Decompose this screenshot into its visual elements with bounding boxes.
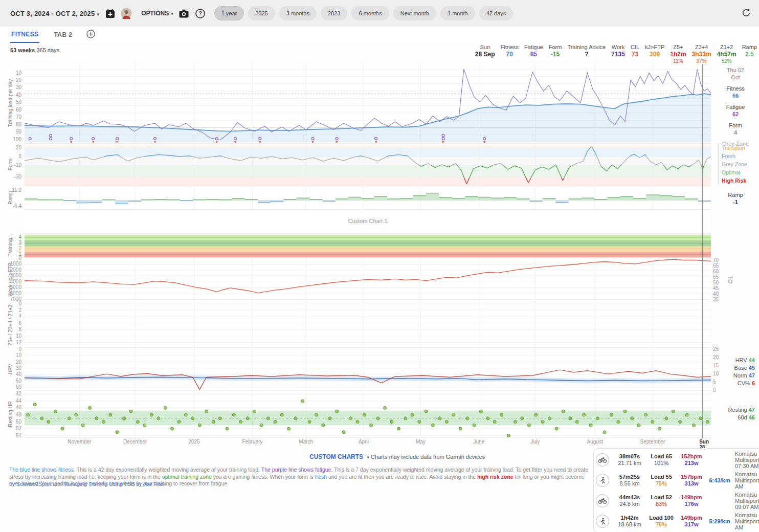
add-tab-icon[interactable] <box>86 30 95 40</box>
activity-name: Komatsu City Multisport ~ 08 AM <box>733 471 759 490</box>
chart-form[interactable] <box>25 145 711 186</box>
readout-cv: CV% 6 <box>722 380 755 387</box>
stat-label: Work <box>611 44 625 50</box>
tab-fitness[interactable]: FITNESS <box>10 27 39 43</box>
chart-zones[interactable] <box>25 304 711 348</box>
activity-name: Komatsu City Multisport ~ 09 AM <box>733 512 759 530</box>
stat-value: 2.5 <box>742 51 757 58</box>
calendar-add-icon[interactable] <box>104 8 116 19</box>
range-pill-2025[interactable]: 2025 <box>248 6 275 20</box>
range-pill-2023[interactable]: 2023 <box>321 6 347 20</box>
custom-chart-title: Custom Chart 1 <box>25 218 711 224</box>
month-label: August <box>587 439 603 445</box>
stat-fitness: Fitness70 <box>501 44 519 58</box>
month-label: December <box>123 439 147 445</box>
readout-resting: Resting 47 <box>715 406 755 414</box>
stats-header: Sun28 SepFitness70Fatigue85Form-15Traini… <box>475 44 759 64</box>
stat-label: Sun <box>475 44 495 50</box>
run-icon <box>596 474 609 487</box>
activity-name: Komatsu City Multisport ~ 07:30 AM <box>733 451 759 469</box>
toolbar: OCT 3, 2024 - OCT 2, 2025▾ OPTIONS▾ ? 1 … <box>0 0 759 27</box>
activity-load: Load 5575% <box>646 474 677 487</box>
camera-icon[interactable] <box>178 8 190 19</box>
stat-cil: CIL73 <box>631 44 639 58</box>
avatar[interactable] <box>121 8 132 19</box>
legend-high-risk: High Risk <box>722 176 759 185</box>
stat-label: Fitness <box>501 44 519 50</box>
range-pill-next-month[interactable]: Next month <box>393 6 436 20</box>
cil-tick: 55 <box>713 274 719 280</box>
stat-label: kJ>FTP <box>645 44 664 50</box>
cursor-metric-label: Form <box>713 122 758 129</box>
stat-label: Z1+2 <box>717 44 736 50</box>
range-pill-6-months[interactable]: 6 months <box>351 6 389 20</box>
legend-fresh: Fresh <box>722 152 759 160</box>
stat-sub: 52% <box>717 58 736 64</box>
custom-charts-button[interactable]: CUSTOM CHARTS ▾ <box>309 453 369 460</box>
help-icon[interactable]: ? <box>195 8 206 19</box>
stat-kjftp: kJ>FTP309 <box>645 44 664 58</box>
stat-value: 309 <box>645 51 664 58</box>
activity-load: Load 5283% <box>646 494 677 507</box>
chart-fitness[interactable] <box>25 64 711 144</box>
refresh-icon[interactable] <box>741 7 752 18</box>
stat-value: 7135 <box>611 51 625 58</box>
readout-norm: Norm 47 <box>722 372 755 380</box>
legend-transition: Transition <box>722 144 759 152</box>
run-icon <box>596 515 609 528</box>
stat-ramp: Ramp2.5 <box>742 44 757 58</box>
activity-row[interactable]: 57m25s8.55 kmLoad 5575%157bpm313w6:43/km… <box>594 470 759 491</box>
stat-label: CIL <box>631 44 639 50</box>
chart-cursor-line[interactable] <box>702 64 703 438</box>
activity-pace: 5:29/km <box>706 518 733 524</box>
stat-value: -15 <box>549 51 562 58</box>
chart-hrv[interactable] <box>25 349 711 391</box>
month-label: June <box>474 439 485 445</box>
stat-trainingadvice: Training Advice? <box>567 44 606 58</box>
stat-label: Training Advice <box>567 44 606 50</box>
chart-ramp[interactable] <box>25 188 711 210</box>
activity-load: Load 65101% <box>646 453 677 467</box>
month-label: July <box>531 439 540 445</box>
stat-value: 85 <box>524 51 543 58</box>
hrv-secondary-tick: 10 <box>713 371 719 376</box>
explanation-links: by Science2Sport and Managing Training U… <box>9 481 164 487</box>
stat-label: Ramp <box>742 44 757 50</box>
stat-z12: Z1+24h57m52% <box>717 44 736 64</box>
stat-work: Work7135 <box>611 44 625 58</box>
cursor-metric-value: 4 <box>713 129 758 136</box>
range-pill-1-month[interactable]: 1 month <box>440 6 475 20</box>
range-pill-3-months[interactable]: 3 months <box>279 6 317 20</box>
stat-z34: Z3+43h33m37% <box>692 44 711 64</box>
readout-base: Base 45 <box>722 364 755 372</box>
options-menu[interactable]: OPTIONS▾ <box>141 10 173 17</box>
range-pill-1-year[interactable]: 1 year <box>214 6 244 20</box>
month-label: September <box>640 439 665 445</box>
stat-value: 1h2m <box>670 51 686 58</box>
ramp-readout: Ramp-1 <box>713 191 758 206</box>
hrv-secondary-tick: 20 <box>713 354 719 360</box>
cursor-metric-label: Fatigue <box>713 103 758 110</box>
chart-training[interactable] <box>25 235 711 258</box>
date-range-selector[interactable]: OCT 3, 2024 - OCT 2, 2025▾ <box>10 10 99 17</box>
stat-sun: Sun28 Sep <box>475 44 495 58</box>
tab-2[interactable]: TAB 2 <box>53 27 73 42</box>
legend-optimal: Optimal <box>722 168 759 176</box>
stat-value: 70 <box>501 51 519 58</box>
readout-hrv: HRV 44 <box>722 357 755 364</box>
legend-grey-zone: Grey Zone <box>722 160 759 168</box>
tab-bar: FITNESS TAB 2 <box>0 27 759 43</box>
cil-tick: 35 <box>713 297 719 302</box>
hrv-secondary-tick: 5 <box>713 379 716 385</box>
activity-row[interactable]: 38m07s21.71 kmLoad 65101%152bpm213wKomat… <box>594 450 759 470</box>
stat-label: Form <box>549 44 562 50</box>
y-axis-title: Training load per day <box>8 72 13 134</box>
activity-row[interactable]: 1h42m18.68 kmLoad 10076%149bpm317w5:29/k… <box>594 511 759 531</box>
cil-tick: 60 <box>713 269 719 274</box>
range-pill-42-days[interactable]: 42 days <box>479 6 514 20</box>
cursor-date: Thu 02 Oct <box>713 66 758 81</box>
activity-row[interactable]: 44m43s24.8 kmLoad 5283%149bpm176wKomatsu… <box>594 491 759 511</box>
chart-work[interactable] <box>25 258 711 302</box>
cil-tick: 45 <box>713 285 719 291</box>
chart-resting[interactable] <box>25 392 711 438</box>
